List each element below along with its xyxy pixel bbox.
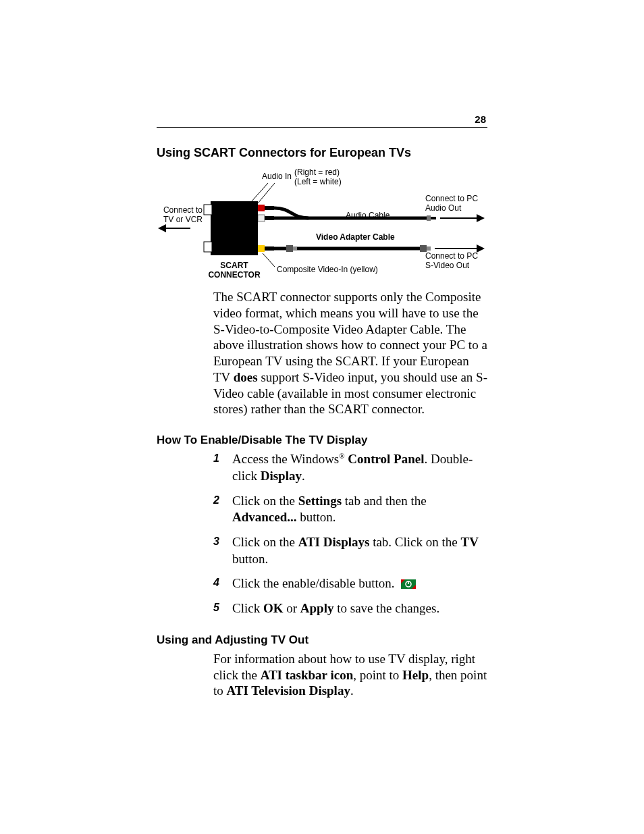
step2-e: button. bbox=[297, 510, 336, 524]
step2-a: Click on the bbox=[232, 494, 298, 508]
step-5: 5 Click OK or Apply to save the changes. bbox=[213, 600, 487, 617]
label-connect-pc-audio: Connect to PC Audio Out bbox=[425, 194, 478, 213]
heading-enable: How To Enable/Disable The TV Display bbox=[157, 434, 487, 447]
adjust-b: ATI taskbar icon bbox=[261, 668, 354, 682]
label-scart-connector: SCART CONNECTOR bbox=[196, 261, 273, 280]
step-number: 2 bbox=[213, 493, 232, 508]
svg-rect-16 bbox=[258, 245, 265, 252]
svg-rect-10 bbox=[265, 216, 274, 220]
header-rule bbox=[157, 127, 487, 128]
label-audio-in: Audio In bbox=[258, 172, 292, 182]
svg-rect-0 bbox=[211, 201, 258, 255]
adjust-f: ATI Television Display bbox=[227, 683, 350, 698]
adjust-c: , point to bbox=[353, 668, 402, 682]
step3-b: ATI Displays bbox=[298, 535, 370, 549]
page-content: Using SCART Connectors for European TVs bbox=[157, 146, 487, 715]
svg-rect-2 bbox=[204, 242, 212, 252]
step-number: 5 bbox=[213, 600, 232, 615]
svg-rect-9 bbox=[258, 215, 265, 221]
step2-b: Settings bbox=[298, 494, 342, 508]
step3-d: TV bbox=[461, 535, 479, 549]
step-3: 3 Click on the ATI Displays tab. Click o… bbox=[213, 534, 487, 567]
step4-a: Click the enable/disable button. bbox=[232, 576, 395, 590]
step-4: 4 Click the enable/disable button. bbox=[213, 575, 487, 592]
step5-b: OK bbox=[263, 601, 284, 615]
step-number: 1 bbox=[213, 451, 232, 466]
label-right-red: (Right = red) bbox=[294, 168, 340, 178]
adjust-paragraph: For information about how to use TV disp… bbox=[213, 651, 487, 699]
svg-rect-7 bbox=[258, 205, 265, 211]
svg-rect-20 bbox=[286, 245, 293, 252]
step3-c: tab. Click on the bbox=[369, 535, 460, 549]
step-number: 4 bbox=[213, 575, 232, 590]
step5-c: or bbox=[283, 601, 300, 615]
svg-rect-1 bbox=[204, 205, 212, 215]
step1-d: Display bbox=[261, 469, 302, 483]
adjust-d: Help bbox=[402, 668, 429, 682]
step-2: 2 Click on the Settings tab and then the… bbox=[213, 493, 487, 526]
adjust-g: . bbox=[350, 683, 354, 698]
step3-a: Click on the bbox=[232, 535, 298, 549]
step1-b: Control Panel bbox=[348, 452, 424, 466]
svg-rect-21 bbox=[293, 246, 297, 251]
step-1: 1 Access the Windows® Control Panel. Dou… bbox=[213, 451, 487, 485]
step-number: 3 bbox=[213, 534, 232, 549]
step3-e: button. bbox=[232, 552, 268, 566]
label-composite-yellow: Composite Video-In (yellow) bbox=[277, 265, 378, 275]
page-number: 28 bbox=[475, 113, 486, 125]
svg-line-5 bbox=[251, 183, 268, 202]
svg-rect-8 bbox=[265, 206, 274, 210]
svg-line-6 bbox=[258, 183, 275, 203]
svg-marker-4 bbox=[158, 224, 166, 232]
page: 28 Using SCART Connectors for European T… bbox=[0, 0, 644, 834]
step2-c: tab and then the bbox=[342, 494, 427, 508]
step1-e: . bbox=[302, 469, 305, 483]
enable-steps: 1 Access the Windows® Control Panel. Dou… bbox=[213, 451, 487, 617]
label-audio-cable: Audio Cable bbox=[346, 211, 390, 221]
step5-a: Click bbox=[232, 601, 263, 615]
step5-d: Apply bbox=[300, 601, 334, 615]
scart-diagram: Audio In (Right = red) (Left = white) Co… bbox=[157, 164, 487, 282]
enable-disable-icon bbox=[401, 579, 416, 589]
step5-e: to save the changes. bbox=[333, 601, 439, 615]
label-left-white: (Left = white) bbox=[294, 178, 342, 187]
heading-adjust: Using and Adjusting TV Out bbox=[157, 633, 487, 647]
svg-rect-17 bbox=[265, 246, 274, 251]
registered-icon: ® bbox=[339, 452, 344, 460]
svg-rect-13 bbox=[431, 217, 436, 219]
svg-rect-23 bbox=[427, 246, 431, 251]
svg-rect-12 bbox=[427, 215, 431, 221]
svg-marker-15 bbox=[477, 214, 485, 222]
step1-a: Access the Windows bbox=[232, 452, 339, 466]
heading-scart: Using SCART Connectors for European TVs bbox=[157, 146, 487, 160]
scart-paragraph: The SCART connector supports only the Co… bbox=[213, 289, 487, 417]
step2-d: Advanced... bbox=[232, 510, 297, 524]
label-connect-pc-svideo: Connect to PC S-Video Out bbox=[425, 252, 478, 271]
label-video-adapter-cable: Video Adapter Cable bbox=[316, 233, 395, 242]
label-connect-tv-vcr: Connect to TV or VCR bbox=[150, 206, 203, 225]
scart-bold-does: does bbox=[234, 370, 258, 384]
